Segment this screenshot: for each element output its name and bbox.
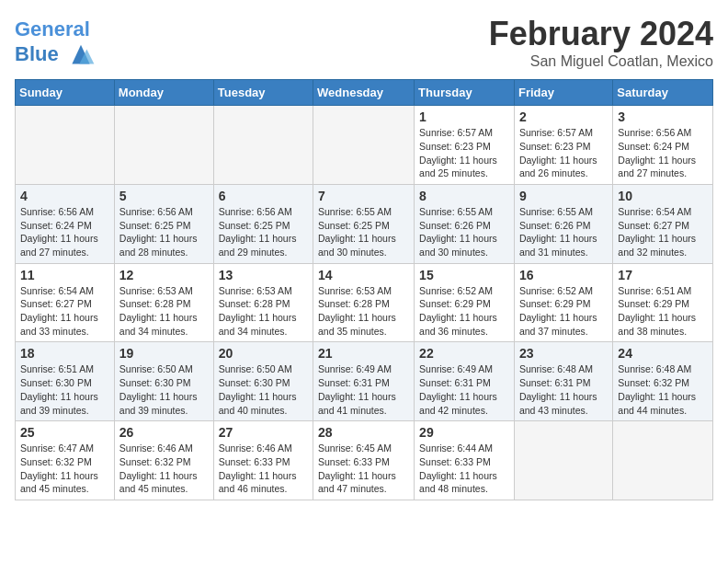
day-info: Sunrise: 6:46 AMSunset: 6:32 PMDaylight:… xyxy=(119,442,209,496)
day-number: 11 xyxy=(20,268,109,282)
calendar-cell: 21Sunrise: 6:49 AMSunset: 6:31 PMDayligh… xyxy=(313,342,415,421)
day-number: 14 xyxy=(318,268,409,282)
day-number: 22 xyxy=(419,346,509,361)
day-number: 15 xyxy=(419,268,509,282)
weekday-header-tuesday: Tuesday xyxy=(213,80,313,106)
calendar-table: SundayMondayTuesdayWednesdayThursdayFrid… xyxy=(15,79,713,500)
day-info: Sunrise: 6:47 AMSunset: 6:32 PMDaylight:… xyxy=(20,442,109,496)
calendar-cell: 5Sunrise: 6:56 AMSunset: 6:25 PMDaylight… xyxy=(114,184,213,263)
calendar-cell: 27Sunrise: 6:46 AMSunset: 6:33 PMDayligh… xyxy=(213,421,313,500)
calendar-cell xyxy=(514,421,612,500)
calendar-cell: 4Sunrise: 6:56 AMSunset: 6:24 PMDaylight… xyxy=(16,184,115,263)
week-row-2: 4Sunrise: 6:56 AMSunset: 6:24 PMDaylight… xyxy=(16,184,713,263)
calendar-cell: 10Sunrise: 6:54 AMSunset: 6:27 PMDayligh… xyxy=(613,184,713,263)
day-info: Sunrise: 6:51 AMSunset: 6:30 PMDaylight:… xyxy=(20,362,109,417)
logo-general: General xyxy=(15,17,90,40)
day-info: Sunrise: 6:51 AMSunset: 6:29 PMDaylight:… xyxy=(618,284,708,339)
day-info: Sunrise: 6:56 AMSunset: 6:24 PMDaylight:… xyxy=(618,126,708,180)
day-number: 10 xyxy=(618,189,708,203)
calendar-cell: 16Sunrise: 6:52 AMSunset: 6:29 PMDayligh… xyxy=(514,263,612,342)
calendar-cell xyxy=(613,421,713,500)
day-number: 16 xyxy=(519,268,608,282)
day-info: Sunrise: 6:50 AMSunset: 6:30 PMDaylight:… xyxy=(119,362,209,417)
calendar-cell: 13Sunrise: 6:53 AMSunset: 6:28 PMDayligh… xyxy=(213,263,313,342)
logo-icon xyxy=(66,40,96,70)
day-info: Sunrise: 6:56 AMSunset: 6:24 PMDaylight:… xyxy=(20,205,109,259)
calendar-cell: 3Sunrise: 6:56 AMSunset: 6:24 PMDaylight… xyxy=(613,106,713,185)
calendar-cell: 8Sunrise: 6:55 AMSunset: 6:26 PMDaylight… xyxy=(415,184,515,263)
day-info: Sunrise: 6:44 AMSunset: 6:33 PMDaylight:… xyxy=(419,442,509,496)
day-info: Sunrise: 6:52 AMSunset: 6:29 PMDaylight:… xyxy=(519,284,608,339)
calendar-subtitle: San Miguel Coatlan, Mexico xyxy=(489,53,713,70)
day-number: 24 xyxy=(618,346,708,361)
week-row-1: 1Sunrise: 6:57 AMSunset: 6:23 PMDaylight… xyxy=(16,106,713,185)
day-number: 29 xyxy=(419,425,509,440)
day-info: Sunrise: 6:53 AMSunset: 6:28 PMDaylight:… xyxy=(219,284,308,339)
day-info: Sunrise: 6:53 AMSunset: 6:28 PMDaylight:… xyxy=(318,284,409,339)
day-number: 25 xyxy=(20,425,109,440)
calendar-cell: 26Sunrise: 6:46 AMSunset: 6:32 PMDayligh… xyxy=(114,421,213,500)
week-row-5: 25Sunrise: 6:47 AMSunset: 6:32 PMDayligh… xyxy=(16,421,713,500)
day-info: Sunrise: 6:45 AMSunset: 6:33 PMDaylight:… xyxy=(318,442,409,496)
weekday-header-monday: Monday xyxy=(114,80,213,106)
day-number: 20 xyxy=(219,346,308,361)
day-info: Sunrise: 6:48 AMSunset: 6:32 PMDaylight:… xyxy=(618,362,708,417)
day-number: 9 xyxy=(519,189,608,203)
calendar-cell: 15Sunrise: 6:52 AMSunset: 6:29 PMDayligh… xyxy=(415,263,515,342)
calendar-cell: 2Sunrise: 6:57 AMSunset: 6:23 PMDaylight… xyxy=(514,106,612,185)
weekday-header-thursday: Thursday xyxy=(415,80,515,106)
day-info: Sunrise: 6:55 AMSunset: 6:26 PMDaylight:… xyxy=(519,205,608,259)
logo-blue: Blue xyxy=(15,42,59,65)
calendar-cell: 22Sunrise: 6:49 AMSunset: 6:31 PMDayligh… xyxy=(415,342,515,421)
day-number: 3 xyxy=(618,109,708,124)
calendar-cell xyxy=(114,106,213,185)
calendar-body: 1Sunrise: 6:57 AMSunset: 6:23 PMDaylight… xyxy=(16,106,713,500)
day-info: Sunrise: 6:57 AMSunset: 6:23 PMDaylight:… xyxy=(519,126,608,180)
calendar-cell: 23Sunrise: 6:48 AMSunset: 6:31 PMDayligh… xyxy=(514,342,612,421)
calendar-cell: 25Sunrise: 6:47 AMSunset: 6:32 PMDayligh… xyxy=(16,421,115,500)
calendar-cell: 6Sunrise: 6:56 AMSunset: 6:25 PMDaylight… xyxy=(213,184,313,263)
weekday-header-wednesday: Wednesday xyxy=(313,80,415,106)
day-number: 4 xyxy=(20,189,109,203)
calendar-cell: 9Sunrise: 6:55 AMSunset: 6:26 PMDaylight… xyxy=(514,184,612,263)
day-number: 19 xyxy=(119,346,209,361)
calendar-cell: 29Sunrise: 6:44 AMSunset: 6:33 PMDayligh… xyxy=(415,421,515,500)
calendar-cell: 12Sunrise: 6:53 AMSunset: 6:28 PMDayligh… xyxy=(114,263,213,342)
day-info: Sunrise: 6:56 AMSunset: 6:25 PMDaylight:… xyxy=(119,205,209,259)
weekday-header-sunday: Sunday xyxy=(16,80,115,106)
calendar-cell: 19Sunrise: 6:50 AMSunset: 6:30 PMDayligh… xyxy=(114,342,213,421)
day-number: 2 xyxy=(519,109,608,124)
day-info: Sunrise: 6:46 AMSunset: 6:33 PMDaylight:… xyxy=(219,442,308,496)
day-number: 6 xyxy=(219,189,308,203)
day-number: 17 xyxy=(618,268,708,282)
day-number: 1 xyxy=(419,109,509,124)
day-info: Sunrise: 6:53 AMSunset: 6:28 PMDaylight:… xyxy=(119,284,209,339)
day-info: Sunrise: 6:57 AMSunset: 6:23 PMDaylight:… xyxy=(419,126,509,180)
calendar-cell xyxy=(16,106,115,185)
page-header: General Blue February 2024 San Miguel Co… xyxy=(15,15,713,70)
title-area: February 2024 San Miguel Coatlan, Mexico xyxy=(489,15,713,70)
day-number: 12 xyxy=(119,268,209,282)
week-row-3: 11Sunrise: 6:54 AMSunset: 6:27 PMDayligh… xyxy=(16,263,713,342)
weekday-header-friday: Friday xyxy=(514,80,612,106)
calendar-cell: 14Sunrise: 6:53 AMSunset: 6:28 PMDayligh… xyxy=(313,263,415,342)
day-number: 5 xyxy=(119,189,209,203)
calendar-cell: 17Sunrise: 6:51 AMSunset: 6:29 PMDayligh… xyxy=(613,263,713,342)
day-number: 21 xyxy=(318,346,409,361)
calendar-cell: 28Sunrise: 6:45 AMSunset: 6:33 PMDayligh… xyxy=(313,421,415,500)
day-info: Sunrise: 6:54 AMSunset: 6:27 PMDaylight:… xyxy=(618,205,708,259)
logo: General Blue xyxy=(15,18,96,70)
day-info: Sunrise: 6:56 AMSunset: 6:25 PMDaylight:… xyxy=(219,205,308,259)
calendar-cell: 7Sunrise: 6:55 AMSunset: 6:25 PMDaylight… xyxy=(313,184,415,263)
day-info: Sunrise: 6:48 AMSunset: 6:31 PMDaylight:… xyxy=(519,362,608,417)
day-number: 28 xyxy=(318,425,409,440)
day-info: Sunrise: 6:52 AMSunset: 6:29 PMDaylight:… xyxy=(419,284,509,339)
day-info: Sunrise: 6:49 AMSunset: 6:31 PMDaylight:… xyxy=(318,362,409,417)
calendar-cell xyxy=(213,106,313,185)
day-number: 23 xyxy=(519,346,608,361)
day-number: 26 xyxy=(119,425,209,440)
calendar-cell: 1Sunrise: 6:57 AMSunset: 6:23 PMDaylight… xyxy=(415,106,515,185)
day-info: Sunrise: 6:55 AMSunset: 6:25 PMDaylight:… xyxy=(318,205,409,259)
weekday-header-saturday: Saturday xyxy=(613,80,713,106)
day-info: Sunrise: 6:49 AMSunset: 6:31 PMDaylight:… xyxy=(419,362,509,417)
